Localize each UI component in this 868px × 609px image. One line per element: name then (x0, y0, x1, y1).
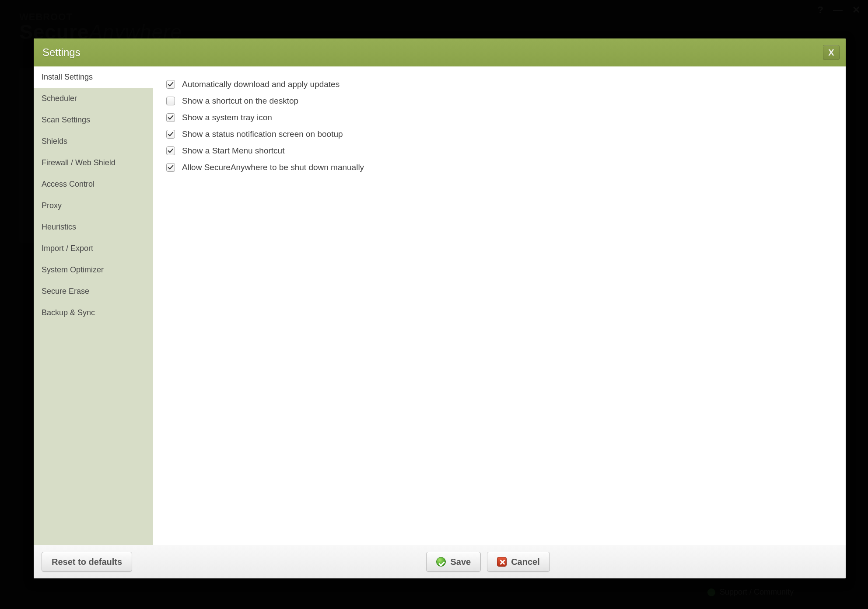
sidebar-item-label: Install Settings (42, 73, 93, 81)
minimize-icon[interactable]: — (833, 4, 843, 16)
support-label: Support / Community (720, 588, 794, 597)
help-icon[interactable]: ? (818, 4, 823, 16)
option-checkbox[interactable] (166, 80, 175, 89)
sidebar-item-label: Firewall / Web Shield (42, 158, 116, 167)
option-label: Allow SecureAnywhere to be shut down man… (182, 163, 364, 172)
option-checkbox[interactable] (166, 97, 175, 105)
dialog-titlebar: Settings X (34, 38, 846, 66)
option-checkbox[interactable] (166, 130, 175, 139)
option-label: Show a system tray icon (182, 113, 272, 122)
sidebar-item-label: Shields (42, 137, 67, 146)
option-checkbox[interactable] (166, 163, 175, 172)
dialog-footer: Reset to defaults Save Cancel (34, 545, 846, 578)
settings-content: Automatically download and apply updates… (153, 66, 846, 545)
save-button[interactable]: Save (426, 552, 481, 572)
sidebar-item-firewall-web-shield[interactable]: Firewall / Web Shield (34, 152, 153, 174)
cancel-button[interactable]: Cancel (487, 552, 550, 572)
reset-defaults-label: Reset to defaults (52, 557, 122, 567)
option-row: Show a system tray icon (166, 109, 833, 126)
ok-icon (436, 557, 446, 567)
option-label: Automatically download and apply updates (182, 80, 340, 89)
support-link[interactable]: Support / Community (707, 588, 794, 597)
dialog-body: Install SettingsSchedulerScan SettingsSh… (34, 66, 846, 545)
sidebar-item-label: System Optimizer (42, 265, 104, 274)
option-label: Show a status notification screen on boo… (182, 129, 343, 139)
sidebar-item-scheduler[interactable]: Scheduler (34, 88, 153, 109)
sidebar-item-label: Access Control (42, 180, 94, 188)
cancel-label: Cancel (511, 557, 540, 567)
option-label: Show a Start Menu shortcut (182, 146, 284, 156)
option-checkbox[interactable] (166, 113, 175, 122)
sidebar-item-label: Scan Settings (42, 115, 90, 124)
sidebar-item-heuristics[interactable]: Heuristics (34, 216, 153, 238)
option-checkbox[interactable] (166, 146, 175, 155)
sidebar-item-label: Import / Export (42, 244, 93, 253)
background-window-controls: ? — ✕ (818, 4, 860, 16)
settings-dialog: Settings X Install SettingsSchedulerScan… (34, 38, 846, 578)
sidebar-spacer (34, 324, 153, 545)
save-label: Save (450, 557, 471, 567)
sidebar-item-label: Backup & Sync (42, 308, 95, 317)
option-label: Show a shortcut on the desktop (182, 96, 298, 106)
cancel-icon (497, 557, 507, 567)
dialog-title: Settings (42, 46, 80, 59)
sidebar-item-system-optimizer[interactable]: System Optimizer (34, 259, 153, 281)
option-row: Show a shortcut on the desktop (166, 93, 833, 109)
reset-defaults-button[interactable]: Reset to defaults (42, 552, 132, 572)
option-row: Automatically download and apply updates (166, 76, 833, 93)
sidebar-item-label: Secure Erase (42, 287, 89, 296)
sidebar-item-scan-settings[interactable]: Scan Settings (34, 109, 153, 131)
sidebar-item-secure-erase[interactable]: Secure Erase (34, 281, 153, 302)
sidebar-item-backup-sync[interactable]: Backup & Sync (34, 302, 153, 324)
sidebar-item-access-control[interactable]: Access Control (34, 174, 153, 195)
settings-sidebar: Install SettingsSchedulerScan SettingsSh… (34, 66, 153, 545)
sidebar-item-label: Proxy (42, 201, 62, 210)
check-icon (707, 588, 715, 596)
sidebar-item-proxy[interactable]: Proxy (34, 195, 153, 216)
option-row: Show a status notification screen on boo… (166, 126, 833, 143)
option-row: Show a Start Menu shortcut (166, 143, 833, 159)
dialog-close-button[interactable]: X (823, 45, 840, 60)
option-row: Allow SecureAnywhere to be shut down man… (166, 159, 833, 176)
sidebar-item-label: Heuristics (42, 223, 76, 231)
sidebar-item-install-settings[interactable]: Install Settings (34, 66, 153, 88)
sidebar-item-import-export[interactable]: Import / Export (34, 238, 153, 259)
close-icon[interactable]: ✕ (852, 4, 860, 16)
sidebar-item-shields[interactable]: Shields (34, 131, 153, 152)
sidebar-item-label: Scheduler (42, 94, 77, 103)
